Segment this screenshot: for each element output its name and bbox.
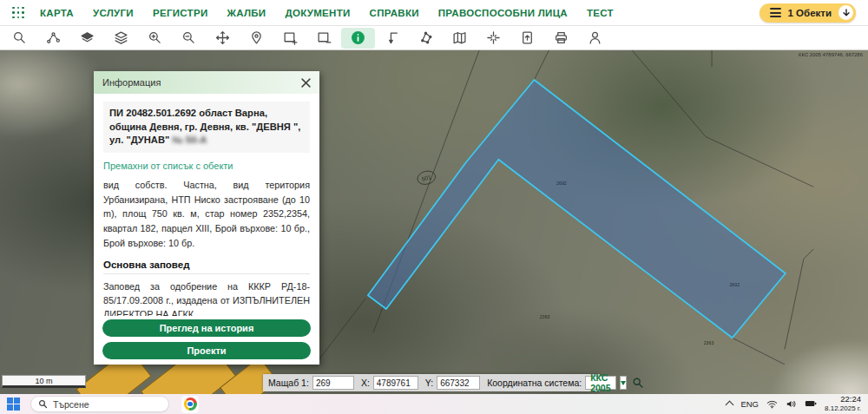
taskbar-clock[interactable]: 22:24 8.12.2025 г. (825, 395, 861, 412)
parcel-label: 2692 (729, 282, 740, 287)
order-text: Заповед за одобрение на КККР РД-18-85/17… (103, 279, 310, 316)
search-icon[interactable] (3, 28, 36, 49)
tray-chevron-icon[interactable] (726, 401, 734, 410)
selected-parcel-polygon[interactable] (368, 80, 786, 338)
map-coordinates-label: ККС 2005 4789746, 667286 (799, 52, 863, 58)
map-status-bar: Мащаб 1: X: Y: Координатна система: ККС … (263, 374, 600, 391)
nav-item-karta[interactable]: КАРТА (40, 8, 74, 18)
split-icon[interactable] (477, 28, 510, 49)
location-pin-icon[interactable] (240, 28, 273, 49)
wifi-icon[interactable] (766, 399, 778, 409)
user-icon[interactable] (578, 28, 612, 49)
taskbar-search-icon (38, 399, 48, 409)
projects-button[interactable]: Проекти (102, 342, 311, 359)
x-coordinate-input[interactable] (373, 376, 418, 390)
measure-icon[interactable] (375, 28, 409, 49)
scale-bar-label: 10 m (35, 377, 52, 385)
select-rect-remove-icon[interactable] (307, 28, 341, 49)
nav-item-test[interactable]: ТЕСТ (587, 8, 614, 18)
hamburger-icon (770, 8, 781, 17)
clock-date: 8.12.2025 г. (825, 404, 861, 412)
taskbar-search-placeholder: Търсене (53, 399, 89, 410)
remove-from-list-link[interactable]: Премахни от списък с обекти (103, 161, 310, 171)
y-coordinate-input[interactable] (437, 376, 480, 390)
route-icon[interactable] (36, 28, 70, 49)
x-label: X: (361, 378, 370, 388)
basemap-icon[interactable] (70, 28, 104, 49)
print-icon[interactable] (544, 28, 578, 49)
chrome-icon[interactable] (181, 396, 199, 413)
export-document-icon[interactable] (510, 28, 544, 49)
order-section-heading: Основна заповед (103, 260, 310, 274)
zoom-out-icon[interactable] (172, 28, 206, 49)
info-panel-title: Информация (102, 77, 161, 88)
history-button[interactable]: Преглед на история (102, 319, 311, 337)
info-tool-icon[interactable] (341, 28, 375, 49)
info-panel: Информация ПИ 20482.501.2692 област Варн… (94, 71, 319, 365)
parcel-label: 2692 (556, 181, 567, 186)
app-window: КАРТА УСЛУГИ РЕГИСТРИ ЖАЛБИ ДОКУМЕНТИ СП… (0, 0, 868, 414)
start-button-icon[interactable] (7, 398, 20, 411)
download-arrow-icon[interactable] (838, 5, 853, 20)
info-panel-header: Информация (94, 71, 319, 94)
nav-item-dokumenti[interactable]: ДОКУМЕНТИ (285, 8, 350, 18)
top-nav: КАРТА УСЛУГИ РЕГИСТРИ ЖАЛБИ ДОКУМЕНТИ СП… (0, 0, 868, 26)
select-rect-add-icon[interactable] (273, 28, 307, 49)
system-tray: ENG 22:24 8.12.2025 г. (727, 395, 868, 412)
objects-button[interactable]: 1 Обекти (760, 3, 857, 23)
clock-time: 22:24 (825, 395, 861, 404)
speaker-icon[interactable] (786, 399, 797, 409)
crs-value[interactable]: ККС 2005 (585, 376, 615, 390)
scale-label: Мащаб 1: (268, 378, 309, 388)
parcel-title-redacted: № 50-А (172, 135, 207, 145)
map-canvas[interactable]: 501 2692 2692 2363 2363 ККС 2005 4789746… (0, 49, 868, 394)
nav-item-pravosposobni-litsa[interactable]: ПРАВОСПОСОБНИ ЛИЦА (438, 8, 568, 18)
neighbor-parcel-label: 2363 (704, 340, 714, 345)
close-icon[interactable] (301, 78, 311, 88)
y-label: Y: (425, 378, 433, 388)
neighbor-parcel-label: 2363 (540, 314, 550, 319)
info-panel-body: ПИ 20482.501.2692 област Варна, община Д… (94, 94, 319, 316)
scale-bar: 10 m (2, 375, 86, 388)
select-polygon-icon[interactable] (409, 28, 443, 49)
crs-dropdown-icon[interactable] (620, 376, 627, 390)
app-grid-icon[interactable] (12, 7, 24, 19)
windows-taskbar: Търсене ENG 22:24 8.12.2025 г. (0, 394, 868, 414)
battery-icon[interactable] (805, 399, 817, 408)
crs-label: Координатна система: (487, 378, 582, 388)
layers-icon[interactable] (104, 28, 138, 49)
nav-item-uslugi[interactable]: УСЛУГИ (93, 8, 134, 18)
objects-button-label: 1 Обекти (788, 8, 832, 18)
taskbar-search[interactable]: Търсене (30, 396, 169, 412)
map-toolbar (0, 26, 868, 50)
nav-item-spravki[interactable]: СПРАВКИ (370, 8, 419, 18)
coordinate-search-icon[interactable] (632, 377, 644, 389)
scale-input[interactable] (312, 376, 354, 390)
zoom-in-icon[interactable] (138, 28, 172, 49)
nav-item-zhalbi[interactable]: ЖАЛБИ (227, 8, 266, 18)
parcel-title: ПИ 20482.501.2692 област Варна, община Д… (103, 102, 310, 153)
nav-item-registri[interactable]: РЕГИСТРИ (153, 8, 208, 18)
language-indicator[interactable]: ENG (740, 399, 759, 409)
map-sheets-icon[interactable] (443, 28, 477, 49)
parcel-details-text: вид собств. Частна, вид територия Урбани… (103, 178, 310, 251)
pan-icon[interactable] (206, 28, 240, 49)
